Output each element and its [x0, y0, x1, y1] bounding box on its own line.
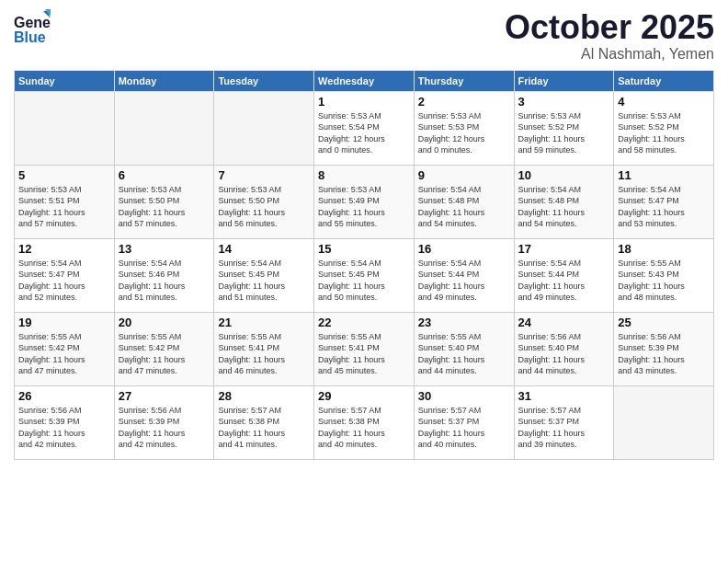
calendar-cell: 5Sunrise: 5:53 AMSunset: 5:51 PMDaylight… — [15, 165, 115, 238]
day-info: Sunrise: 5:55 AMSunset: 5:43 PMDaylight:… — [618, 258, 710, 304]
calendar-week-1: 1Sunrise: 5:53 AMSunset: 5:54 PMDaylight… — [15, 91, 714, 165]
day-number: 1 — [318, 95, 410, 109]
day-info: Sunrise: 5:54 AMSunset: 5:45 PMDaylight:… — [218, 258, 310, 304]
logo-icon: General Blue — [14, 9, 51, 46]
location: Al Nashmah, Yemen — [505, 46, 714, 63]
calendar-cell: 10Sunrise: 5:54 AMSunset: 5:48 PMDayligh… — [514, 165, 614, 238]
day-number: 20 — [119, 316, 210, 329]
calendar-cell: 16Sunrise: 5:54 AMSunset: 5:44 PMDayligh… — [414, 238, 514, 312]
col-tuesday: Tuesday — [214, 70, 314, 91]
calendar-cell: 2Sunrise: 5:53 AMSunset: 5:53 PMDaylight… — [414, 91, 514, 165]
day-number: 26 — [18, 389, 110, 403]
day-info: Sunrise: 5:56 AMSunset: 5:39 PMDaylight:… — [119, 405, 210, 451]
calendar-cell: 20Sunrise: 5:55 AMSunset: 5:42 PMDayligh… — [114, 312, 214, 385]
col-thursday: Thursday — [414, 70, 514, 91]
calendar-cell: 13Sunrise: 5:54 AMSunset: 5:46 PMDayligh… — [114, 238, 214, 312]
day-info: Sunrise: 5:53 AMSunset: 5:53 PMDaylight:… — [418, 110, 510, 156]
svg-text:General: General — [14, 15, 51, 30]
header-row: Sunday Monday Tuesday Wednesday Thursday… — [15, 70, 714, 91]
calendar-cell: 17Sunrise: 5:54 AMSunset: 5:44 PMDayligh… — [514, 238, 614, 312]
logo: General Blue — [14, 9, 51, 46]
day-info: Sunrise: 5:53 AMSunset: 5:49 PMDaylight:… — [318, 184, 410, 230]
day-number: 11 — [618, 168, 710, 182]
day-number: 5 — [18, 168, 110, 182]
day-info: Sunrise: 5:56 AMSunset: 5:40 PMDaylight:… — [518, 331, 610, 377]
calendar-cell: 15Sunrise: 5:54 AMSunset: 5:45 PMDayligh… — [314, 238, 415, 312]
calendar-cell: 31Sunrise: 5:57 AMSunset: 5:37 PMDayligh… — [514, 385, 614, 459]
day-number: 25 — [618, 316, 710, 329]
calendar-cell: 22Sunrise: 5:55 AMSunset: 5:41 PMDayligh… — [314, 312, 415, 385]
day-info: Sunrise: 5:53 AMSunset: 5:51 PMDaylight:… — [18, 184, 110, 230]
day-info: Sunrise: 5:57 AMSunset: 5:37 PMDaylight:… — [418, 405, 510, 451]
calendar-cell: 14Sunrise: 5:54 AMSunset: 5:45 PMDayligh… — [214, 238, 314, 312]
calendar-cell: 8Sunrise: 5:53 AMSunset: 5:49 PMDaylight… — [314, 165, 415, 238]
day-number: 31 — [518, 389, 610, 403]
day-info: Sunrise: 5:53 AMSunset: 5:50 PMDaylight:… — [218, 184, 310, 230]
calendar-week-5: 26Sunrise: 5:56 AMSunset: 5:39 PMDayligh… — [15, 385, 714, 459]
day-info: Sunrise: 5:57 AMSunset: 5:38 PMDaylight:… — [218, 405, 310, 451]
day-info: Sunrise: 5:55 AMSunset: 5:40 PMDaylight:… — [418, 331, 510, 377]
day-info: Sunrise: 5:53 AMSunset: 5:52 PMDaylight:… — [518, 110, 610, 156]
calendar-cell: 18Sunrise: 5:55 AMSunset: 5:43 PMDayligh… — [614, 238, 714, 312]
day-info: Sunrise: 5:55 AMSunset: 5:42 PMDaylight:… — [119, 331, 210, 377]
calendar-cell: 11Sunrise: 5:54 AMSunset: 5:47 PMDayligh… — [614, 165, 714, 238]
calendar-cell: 29Sunrise: 5:57 AMSunset: 5:38 PMDayligh… — [314, 385, 415, 459]
day-number: 21 — [218, 316, 310, 329]
day-number: 24 — [518, 316, 610, 329]
header: General Blue October 2025 Al Nashmah, Ye… — [14, 9, 714, 63]
day-number: 6 — [119, 168, 210, 182]
day-number: 16 — [418, 242, 510, 256]
calendar-cell — [614, 385, 714, 459]
day-number: 23 — [418, 316, 510, 329]
title-area: October 2025 Al Nashmah, Yemen — [505, 9, 714, 63]
calendar-cell — [214, 91, 314, 165]
day-info: Sunrise: 5:55 AMSunset: 5:41 PMDaylight:… — [318, 331, 410, 377]
calendar-cell: 19Sunrise: 5:55 AMSunset: 5:42 PMDayligh… — [15, 312, 115, 385]
day-number: 7 — [218, 168, 310, 182]
day-info: Sunrise: 5:54 AMSunset: 5:47 PMDaylight:… — [18, 258, 110, 304]
day-info: Sunrise: 5:53 AMSunset: 5:54 PMDaylight:… — [318, 110, 410, 156]
calendar-cell: 27Sunrise: 5:56 AMSunset: 5:39 PMDayligh… — [114, 385, 214, 459]
calendar-week-2: 5Sunrise: 5:53 AMSunset: 5:51 PMDaylight… — [15, 165, 714, 238]
col-sunday: Sunday — [15, 70, 115, 91]
col-friday: Friday — [514, 70, 614, 91]
calendar-cell — [114, 91, 214, 165]
col-monday: Monday — [114, 70, 214, 91]
day-number: 15 — [318, 242, 410, 256]
day-number: 3 — [518, 95, 610, 109]
calendar-week-4: 19Sunrise: 5:55 AMSunset: 5:42 PMDayligh… — [15, 312, 714, 385]
day-info: Sunrise: 5:56 AMSunset: 5:39 PMDaylight:… — [618, 331, 710, 377]
calendar-cell: 26Sunrise: 5:56 AMSunset: 5:39 PMDayligh… — [15, 385, 115, 459]
day-number: 10 — [518, 168, 610, 182]
day-info: Sunrise: 5:54 AMSunset: 5:47 PMDaylight:… — [618, 184, 710, 230]
day-number: 17 — [518, 242, 610, 256]
calendar-cell: 25Sunrise: 5:56 AMSunset: 5:39 PMDayligh… — [614, 312, 714, 385]
calendar-week-3: 12Sunrise: 5:54 AMSunset: 5:47 PMDayligh… — [15, 238, 714, 312]
day-info: Sunrise: 5:54 AMSunset: 5:48 PMDaylight:… — [518, 184, 610, 230]
day-info: Sunrise: 5:54 AMSunset: 5:44 PMDaylight:… — [518, 258, 610, 304]
day-info: Sunrise: 5:54 AMSunset: 5:45 PMDaylight:… — [318, 258, 410, 304]
day-number: 8 — [318, 168, 410, 182]
day-info: Sunrise: 5:57 AMSunset: 5:37 PMDaylight:… — [518, 405, 610, 451]
day-number: 29 — [318, 389, 410, 403]
day-number: 14 — [218, 242, 310, 256]
day-number: 19 — [18, 316, 110, 329]
col-saturday: Saturday — [614, 70, 714, 91]
calendar-cell: 3Sunrise: 5:53 AMSunset: 5:52 PMDaylight… — [514, 91, 614, 165]
day-number: 28 — [218, 389, 310, 403]
page: General Blue October 2025 Al Nashmah, Ye… — [0, 0, 728, 563]
day-number: 27 — [119, 389, 210, 403]
day-number: 22 — [318, 316, 410, 329]
calendar-cell: 12Sunrise: 5:54 AMSunset: 5:47 PMDayligh… — [15, 238, 115, 312]
day-number: 18 — [618, 242, 710, 256]
calendar-cell: 23Sunrise: 5:55 AMSunset: 5:40 PMDayligh… — [414, 312, 514, 385]
day-info: Sunrise: 5:57 AMSunset: 5:38 PMDaylight:… — [318, 405, 410, 451]
day-info: Sunrise: 5:56 AMSunset: 5:39 PMDaylight:… — [18, 405, 110, 451]
day-number: 12 — [18, 242, 110, 256]
calendar-cell: 24Sunrise: 5:56 AMSunset: 5:40 PMDayligh… — [514, 312, 614, 385]
calendar-cell: 21Sunrise: 5:55 AMSunset: 5:41 PMDayligh… — [214, 312, 314, 385]
day-number: 9 — [418, 168, 510, 182]
calendar-table: Sunday Monday Tuesday Wednesday Thursday… — [14, 70, 714, 460]
calendar-cell: 4Sunrise: 5:53 AMSunset: 5:52 PMDaylight… — [614, 91, 714, 165]
day-number: 4 — [618, 95, 710, 109]
